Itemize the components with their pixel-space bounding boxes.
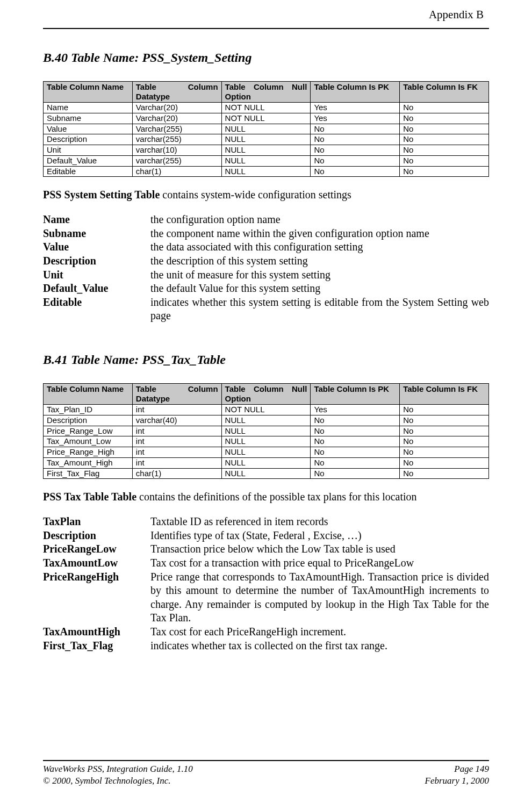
th-column-name: Table Column Name [44,384,133,405]
definition-row: Editableindicates whether this system se… [43,296,489,323]
table-cell: First_Tax_Flag [44,468,133,479]
table-cell: varchar(255) [132,155,221,166]
table-cell: varchar(40) [132,415,221,426]
definition-row: First_Tax_Flagindicates whether tax is c… [43,639,489,653]
table-header-row: Table Column Name TableColumn Datatype T… [44,384,489,405]
table-cell: Price_Range_Low [44,426,133,436]
footer-divider [43,760,489,761]
definition-term: Description [43,254,150,268]
table-cell: No [400,124,489,134]
table-cell: No [311,134,400,145]
table-b41: Table Column Name TableColumn Datatype T… [43,383,489,479]
table-row: NameVarchar(20)NOT NULLYesNo [44,103,489,113]
table-cell: varchar(255) [132,134,221,145]
table-cell: Editable [44,166,133,177]
table-cell: NULL [221,468,311,479]
definition-term: Value [43,240,150,254]
table-cell: No [400,415,489,426]
table-cell: No [311,436,400,447]
definition-desc: the data associated with this configurat… [150,240,489,254]
table-cell: No [400,447,489,458]
definition-row: DescriptionIdentifies type of tax (State… [43,529,489,543]
section-heading-b40: B.40 Table Name: PSS_System_Setting [43,51,489,65]
table-cell: Description [44,134,133,145]
definition-row: PriceRangeLowTransaction price below whi… [43,542,489,556]
table-cell: No [400,426,489,436]
table-cell: No [311,145,400,156]
definition-row: Unitthe unit of measure for this system … [43,268,489,282]
table-cell: Tax_Amount_Low [44,436,133,447]
table-cell: No [400,134,489,145]
table-cell: varchar(10) [132,145,221,156]
table-header-row: Table Column Name TableColumn Datatype T… [44,82,489,103]
definition-row: TaxPlanTaxtable ID as referenced in item… [43,515,489,529]
definition-term: Name [43,213,150,227]
table-cell: No [400,405,489,415]
definition-row: PriceRangeHighPrice range that correspon… [43,570,489,625]
table-cell: No [400,113,489,124]
table-cell: Yes [311,405,400,415]
table-row: ValueVarchar(255)NULLNoNo [44,124,489,134]
definition-term: Unit [43,268,150,282]
page-footer: WaveWorks PSS, Integration Guide, 1.10 P… [43,760,489,787]
definition-desc: indicates whether tax is collected on th… [150,639,489,653]
definition-term: First_Tax_Flag [43,639,150,653]
table-cell: No [400,103,489,113]
summary-b40: PSS System Setting Table contains system… [43,189,489,201]
definition-row: Valuethe data associated with this confi… [43,240,489,254]
definitions-b41: TaxPlanTaxtable ID as referenced in item… [43,515,489,653]
definition-desc: Price range that corresponds to TaxAmoun… [150,570,489,625]
th-column-null: TableColumnNull Option [221,384,311,405]
summary-bold: PSS System Setting Table [43,189,160,200]
table-cell: NOT NULL [221,405,311,415]
table-cell: NULL [221,436,311,447]
table-cell: No [311,447,400,458]
section-heading-b41: B.41 Table Name: PSS_Tax_Table [43,353,489,367]
table-cell: NULL [221,166,311,177]
definition-desc: Tax cost for a transaction with price eq… [150,556,489,570]
summary-text: contains system-wide configuration setti… [160,189,351,200]
definition-term: TaxAmountHigh [43,625,150,639]
table-cell: No [311,124,400,134]
definition-term: TaxAmountLow [43,556,150,570]
table-cell: NULL [221,426,311,436]
table-row: Tax_Plan_IDintNOT NULLYesNo [44,405,489,415]
definition-row: Descriptionthe description of this syste… [43,254,489,268]
th-column-fk: Table Column Is FK [400,384,489,405]
table-cell: int [132,426,221,436]
th-column-datatype: TableColumn Datatype [132,384,221,405]
th-column-pk: Table Column Is PK [311,384,400,405]
table-cell: Subname [44,113,133,124]
footer-left-2: © 2000, Symbol Technologies, Inc. [43,775,171,787]
table-cell: char(1) [132,166,221,177]
table-row: Tax_Amount_HighintNULLNoNo [44,457,489,468]
table-cell: Yes [311,103,400,113]
table-cell: No [400,155,489,166]
table-cell: NULL [221,134,311,145]
page: Appendix B B.40 Table Name: PSS_System_S… [0,0,532,653]
footer-right-2: February 1, 2000 [425,775,489,787]
footer-right-1: Page 149 [454,763,489,775]
table-row: Tax_Amount_LowintNULLNoNo [44,436,489,447]
table-cell: NULL [221,145,311,156]
summary-bold: PSS Tax Table Table [43,491,136,503]
table-cell: NOT NULL [221,103,311,113]
table-cell: Varchar(255) [132,124,221,134]
table-cell: No [400,468,489,479]
table-cell: Price_Range_High [44,447,133,458]
summary-text: contains the definitions of the possible… [136,491,417,503]
definition-desc: the unit of measure for this system sett… [150,268,489,282]
table-cell: NULL [221,124,311,134]
table-cell: int [132,457,221,468]
table-cell: int [132,447,221,458]
definition-desc: the default Value for this system settin… [150,282,489,296]
table-row: Price_Range_LowintNULLNoNo [44,426,489,436]
table-row: Descriptionvarchar(255)NULLNoNo [44,134,489,145]
table-cell: Tax_Plan_ID [44,405,133,415]
table-cell: int [132,436,221,447]
definition-desc: Transaction price below which the Low Ta… [150,542,489,556]
table-cell: No [400,145,489,156]
definitions-b40: Namethe configuration option nameSubname… [43,213,489,323]
footer-left-1: WaveWorks PSS, Integration Guide, 1.10 [43,763,193,775]
definition-term: PriceRangeLow [43,542,150,556]
